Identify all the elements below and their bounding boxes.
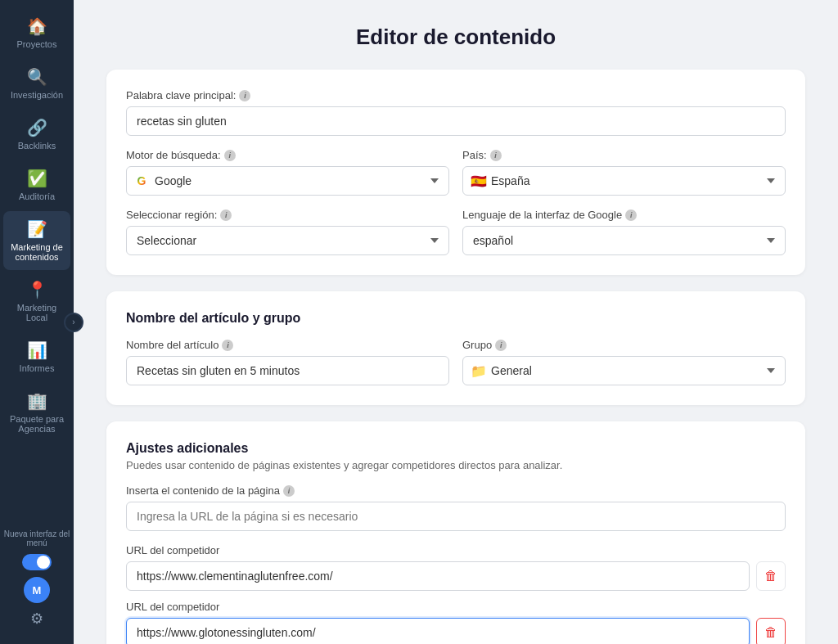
- sidebar-item-paquete-agencias[interactable]: 🏢 Paquete para Agencias: [3, 383, 70, 442]
- delete-competitor1-button[interactable]: 🗑: [756, 561, 786, 591]
- sidebar-item-marketing-contenidos[interactable]: 📝 Marketing de contenidos: [3, 211, 70, 270]
- page-content-input[interactable]: [126, 502, 786, 531]
- article-name-label: Nombre del artículo i: [126, 339, 449, 351]
- sidebar-item-informes[interactable]: 📊 Informes: [3, 332, 70, 381]
- trash-icon-1: 🗑: [764, 569, 777, 583]
- toggle-thumb: [37, 556, 50, 569]
- sidebar-item-label: Informes: [20, 363, 55, 373]
- agency-icon: 🏢: [27, 391, 47, 411]
- article-name-info-icon[interactable]: i: [222, 340, 233, 351]
- sidebar-item-label: Backlinks: [18, 141, 56, 151]
- group-select[interactable]: General Nuevo grupo: [462, 356, 786, 385]
- search-engine-select-wrapper: G Google Bing: [126, 166, 449, 196]
- region-info-icon[interactable]: i: [220, 209, 232, 221]
- search-engine-info-icon[interactable]: i: [224, 150, 236, 161]
- search-engine-select[interactable]: Google Bing: [126, 166, 449, 196]
- country-select-wrapper: 🇪🇸 España México Argentina: [462, 166, 786, 196]
- sidebar-item-proyectos[interactable]: 🏠 Proyectos: [3, 8, 70, 57]
- group-select-wrapper: 📁 General Nuevo grupo: [462, 356, 786, 385]
- page-content-label: Inserta el contenido de la página i: [126, 484, 786, 497]
- home-icon: 🏠: [27, 16, 47, 36]
- country-select[interactable]: España México Argentina: [462, 166, 786, 196]
- sidebar-item-label: Investigación: [11, 90, 63, 100]
- audit-icon: ✅: [27, 169, 47, 188]
- additional-section-title: Ajustes adicionales: [126, 441, 786, 456]
- keyword-label: Palabra clave principal: i: [126, 89, 786, 101]
- competitor-row-2: 🗑: [126, 618, 786, 644]
- sidebar-item-label: Marketing Local: [8, 303, 65, 322]
- competitor1-input[interactable]: [126, 561, 750, 591]
- group-info-icon[interactable]: i: [495, 340, 507, 351]
- competitor1-label: URL del competidor: [126, 544, 786, 556]
- gear-icon[interactable]: ⚙: [30, 610, 43, 628]
- region-label: Seleccionar región: i: [126, 209, 449, 221]
- content-icon: 📝: [27, 219, 47, 239]
- sidebar-bottom: Nueva interfaz del menú M ⚙: [0, 529, 74, 636]
- competitor2-input[interactable]: [126, 618, 750, 644]
- toggle-label: Nueva interfaz del menú: [0, 529, 74, 547]
- competitor-row-1: 🗑: [126, 561, 786, 591]
- sidebar-item-label: Paquete para Agencias: [8, 414, 65, 434]
- sidebar-item-label: Proyectos: [17, 39, 57, 49]
- keyword-info-icon[interactable]: i: [239, 90, 250, 101]
- sidebar-item-label: Marketing de contenidos: [8, 242, 65, 262]
- article-section-title: Nombre del artículo y grupo: [126, 311, 786, 326]
- country-label: País: i: [462, 149, 786, 161]
- search-icon: 🔍: [27, 67, 47, 87]
- theme-toggle[interactable]: [22, 554, 52, 570]
- sidebar: › 🏠 Proyectos 🔍 Investigación 🔗 Backlink…: [0, 0, 74, 644]
- page-content-info-icon[interactable]: i: [283, 485, 295, 497]
- delete-competitor2-button[interactable]: 🗑: [756, 618, 786, 644]
- sidebar-item-investigacion[interactable]: 🔍 Investigación: [3, 59, 70, 108]
- article-name-input[interactable]: [126, 356, 449, 385]
- main-content: Editor de contenido Palabra clave princi…: [74, 0, 838, 644]
- sidebar-item-backlinks[interactable]: 🔗 Backlinks: [3, 110, 70, 159]
- toggle-track[interactable]: [22, 554, 52, 570]
- link-icon: 🔗: [27, 118, 47, 137]
- additional-settings-card: Ajustes adicionales Puedes usar contenid…: [106, 421, 805, 644]
- location-icon: 📍: [27, 280, 47, 299]
- sidebar-item-label: Auditoría: [19, 191, 55, 201]
- group-label: Grupo i: [462, 339, 786, 351]
- avatar[interactable]: M: [24, 577, 50, 603]
- page-title: Editor de contenido: [106, 25, 805, 50]
- reports-icon: 📊: [27, 340, 47, 360]
- language-info-icon[interactable]: i: [625, 209, 637, 221]
- country-info-icon[interactable]: i: [490, 150, 502, 161]
- competitor2-label: URL del competidor: [126, 601, 786, 613]
- trash-icon-2: 🗑: [764, 625, 777, 640]
- search-engine-label: Motor de búsqueda: i: [126, 149, 449, 161]
- additional-desc: Puedes usar contenido de páginas existen…: [126, 459, 786, 471]
- sidebar-toggle[interactable]: ›: [64, 313, 83, 332]
- sidebar-item-auditoria[interactable]: ✅ Auditoría: [3, 160, 70, 209]
- language-label: Lenguaje de la interfaz de Google i: [462, 209, 786, 221]
- sidebar-item-marketing-local[interactable]: 📍 Marketing Local: [3, 272, 70, 331]
- region-select[interactable]: Seleccionar Madrid Barcelona: [126, 226, 449, 255]
- keyword-card: Palabra clave principal: i Motor de búsq…: [106, 70, 805, 275]
- keyword-input[interactable]: [126, 106, 786, 136]
- article-name-card: Nombre del artículo y grupo Nombre del a…: [106, 291, 805, 405]
- language-select[interactable]: español English français: [462, 226, 786, 255]
